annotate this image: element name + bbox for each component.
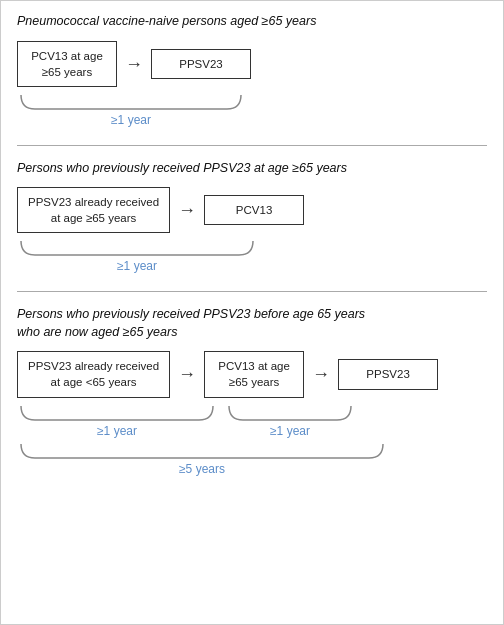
section-3-title: Persons who previously received PPSV23 b… [17, 306, 487, 341]
outer-brace-svg [17, 442, 387, 460]
brace-3a-svg [17, 404, 217, 422]
section-3-flow: PPSV23 already receivedat age <65 years … [17, 351, 487, 397]
section-1: Pneumococcal vaccine-naive persons aged … [17, 13, 487, 127]
brace-3b-svg [225, 404, 355, 422]
arrow-1: → [125, 55, 143, 73]
arrow-3a: → [178, 365, 196, 383]
arrow-2: → [178, 201, 196, 219]
brace-1-wrap: ≥1 year [17, 93, 245, 127]
brace-2-wrap: ≥1 year [17, 239, 257, 273]
brace-3a-wrap: ≥1 year [17, 404, 217, 438]
section-2-title: Persons who previously received PPSV23 a… [17, 160, 487, 178]
box-pcv13-age65: PCV13 at age≥65 years [17, 41, 117, 87]
outer-brace-wrap: ≥5 years [17, 442, 387, 476]
brace-3b-wrap: ≥1 year [225, 404, 355, 438]
box-ppsv23-1: PPSV23 [151, 49, 251, 79]
section-3: Persons who previously received PPSV23 b… [17, 306, 487, 475]
box-ppsv23-received-65: PPSV23 already receivedat age ≥65 years [17, 187, 170, 233]
brace-2-svg [17, 239, 257, 257]
box-pcv13-2: PCV13 [204, 195, 304, 225]
brace-3b-label: ≥1 year [270, 424, 310, 438]
brace-1-label: ≥1 year [111, 113, 151, 127]
outer-brace-label: ≥5 years [179, 462, 225, 476]
double-brace-row: ≥1 year ≥1 year [17, 404, 487, 438]
brace-2-label: ≥1 year [117, 259, 157, 273]
section-2-flow: PPSV23 already receivedat age ≥65 years … [17, 187, 487, 233]
arrow-3b: → [312, 365, 330, 383]
box-ppsv23-3: PPSV23 [338, 359, 438, 389]
section-2: Persons who previously received PPSV23 a… [17, 160, 487, 274]
brace-3a-label: ≥1 year [97, 424, 137, 438]
divider-2 [17, 291, 487, 292]
box-pcv13-age65-3: PCV13 at age≥65 years [204, 351, 304, 397]
divider-1 [17, 145, 487, 146]
brace-1-svg [17, 93, 245, 111]
section-1-title: Pneumococcal vaccine-naive persons aged … [17, 13, 487, 31]
box-ppsv23-received-lt65: PPSV23 already receivedat age <65 years [17, 351, 170, 397]
section-1-flow: PCV13 at age≥65 years → PPSV23 [17, 41, 487, 87]
